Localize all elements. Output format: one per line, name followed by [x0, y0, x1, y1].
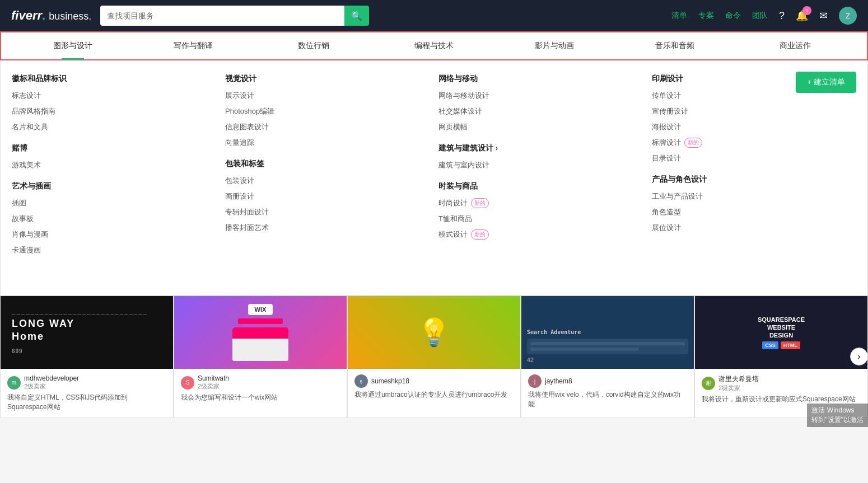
dropdown-col-3: 网络与移动 网络与移动设计 社交媒体设计 网页横幅 建筑与建筑设计 › 建筑与室… — [430, 74, 643, 282]
card-4-seller: j jaythem8 — [528, 374, 687, 388]
help-icon[interactable]: ? — [779, 10, 785, 22]
category-nav-music[interactable]: 音乐和音频 — [615, 32, 735, 60]
card-1-seller: m mdhwebdeveloper 2级卖家 — [7, 374, 166, 391]
card-5-avatar: 谢 — [702, 377, 715, 390]
cards-area: ───────────────────────────── LONG WAY H… — [0, 296, 868, 418]
search-button[interactable]: 🔍 — [344, 6, 369, 26]
item-catalog[interactable]: 目录设计 — [652, 153, 847, 163]
item-photoshop[interactable]: Photoshop编辑 — [225, 106, 421, 116]
item-business-card[interactable]: 名片和文具 — [12, 122, 207, 132]
card-2-seller-name[interactable]: Sumitwath — [198, 374, 229, 382]
item-game-art[interactable]: 游戏美术 — [12, 160, 207, 170]
nav-item-project[interactable]: 专案 — [698, 11, 714, 21]
item-podcast-cover[interactable]: 播客封面艺术 — [225, 223, 421, 233]
item-architecture[interactable]: 建筑与室内设计 — [438, 160, 634, 170]
section-title-gaming: 赌博 — [12, 143, 207, 153]
item-presentation[interactable]: 展示设计 — [225, 91, 421, 101]
header-nav: 清单 专案 命令 团队 ? 🔔 1 ✉ Z — [671, 7, 857, 25]
item-brand-guide[interactable]: 品牌风格指南 — [12, 106, 207, 116]
item-album-cover[interactable]: 专辑封面设计 — [225, 207, 421, 217]
card-2-seller: S Sumitwath 2级卖家 — [181, 374, 340, 391]
card-3-seller-name[interactable]: sumeshkp18 — [371, 377, 409, 385]
card-3-body: s sumeshkp18 我将通过umbraco认证的专业人员进行umbraco… — [348, 369, 520, 405]
card-2-avatar: S — [181, 376, 194, 390]
nav-item-team[interactable]: 团队 — [752, 11, 768, 21]
item-tshirt[interactable]: T恤和商品 — [438, 214, 634, 224]
category-nav: 图形与设计 写作与翻译 数位行销 编程与技术 影片与动画 音乐和音频 商业运作 — [0, 31, 868, 60]
next-arrow[interactable]: › — [850, 348, 868, 365]
card-5: SQUARESPACEWEBSITEDESIGN CSS HTML 谢 谢里夫希… — [694, 296, 868, 418]
category-nav-digital[interactable]: 数位行销 — [253, 32, 374, 60]
card-3-description: 我将通过umbraco认证的专业人员进行umbraco开发 — [354, 390, 514, 400]
dropdown-col-4: 印刷设计 传单设计 宣传册设计 海报设计 标牌设计 新的 目录设计 产品与角色设… — [643, 74, 856, 282]
category-nav-programming[interactable]: 编程与技术 — [374, 32, 494, 60]
item-brochure[interactable]: 画册设计 — [225, 191, 421, 201]
section-title-fashion: 时装与商品 — [438, 181, 634, 191]
item-fashion-design[interactable]: 时尚设计 新的 — [438, 198, 634, 208]
card-5-image: SQUARESPACEWEBSITEDESIGN CSS HTML — [695, 296, 867, 369]
notification-icon[interactable]: 🔔 1 — [796, 10, 808, 22]
item-packaging[interactable]: 包装设计 — [225, 176, 421, 186]
message-icon[interactable]: ✉ — [819, 10, 828, 22]
card-3-image: 💡 — [348, 296, 520, 369]
item-social-media[interactable]: 社交媒体设计 — [438, 106, 634, 116]
nav-item-order[interactable]: 命令 — [725, 11, 741, 21]
card-img-subtitle: ───────────────────────────── — [12, 311, 148, 317]
card-1-seller-name[interactable]: mdhwebdeveloper — [24, 374, 79, 382]
card-1: ───────────────────────────── LONG WAY H… — [0, 296, 174, 418]
section-title-product: 产品与角色设计 — [652, 175, 847, 185]
card-2-img-bar — [238, 318, 283, 324]
logo[interactable]: fiverr. business. — [11, 8, 91, 23]
dropdown-menu: 徽标和品牌标识 标志设计 品牌风格指南 名片和文具 赌博 游戏美术 艺术与插画 … — [0, 60, 868, 296]
new-badge-signage: 新的 — [684, 138, 702, 148]
card-3-img-icon: 💡 — [417, 317, 451, 348]
item-brochure-print[interactable]: 宣传册设计 — [652, 106, 847, 116]
item-portrait[interactable]: 肖像与漫画 — [12, 229, 207, 240]
create-list-button[interactable]: + 建立清单 — [796, 72, 856, 93]
card-4-seller-name[interactable]: jaythem8 — [545, 377, 572, 385]
item-web-banner[interactable]: 网页横幅 — [438, 122, 634, 132]
card-4-avatar: j — [528, 374, 542, 388]
card-4-img-code: Search Adventure — [527, 329, 581, 335]
item-poster[interactable]: 海报设计 — [652, 122, 847, 132]
card-2-image: WIX — [174, 296, 347, 369]
card-2-img-preview — [232, 327, 288, 361]
item-character[interactable]: 角色造型 — [652, 207, 847, 217]
logo-business: business. — [49, 11, 91, 22]
card-4-image: Search Adventure 42 — [521, 296, 694, 369]
logo-fiverr: fiverr — [11, 8, 42, 22]
card-5-seller-level: 2级卖家 — [718, 384, 759, 392]
item-illustration[interactable]: 插图 — [12, 198, 207, 208]
search-input[interactable] — [100, 6, 344, 26]
card-2-body: S Sumitwath 2级卖家 我会为您编写和设计一个wix网站 — [174, 369, 347, 408]
item-logo-design[interactable]: 标志设计 — [12, 91, 207, 101]
category-nav-video[interactable]: 影片与动画 — [494, 32, 615, 60]
card-1-body: m mdhwebdeveloper 2级卖家 我将自定义HTML，CSS和JS代… — [1, 369, 173, 418]
card-1-description: 我将自定义HTML，CSS和JS代码添加到Squarespace网站 — [7, 393, 166, 412]
item-signage[interactable]: 标牌设计 新的 — [652, 138, 847, 148]
card-2: WIX S Sumitwath 2级卖家 我会为您编写和设计一个wix网站 — [174, 296, 347, 418]
new-badge-fashion: 新的 — [471, 198, 489, 208]
item-pattern[interactable]: 模式设计 新的 — [438, 229, 634, 240]
item-infographic[interactable]: 信息图表设计 — [225, 122, 421, 132]
item-industrial[interactable]: 工业与产品设计 — [652, 191, 847, 201]
nav-item-list[interactable]: 清单 — [671, 11, 687, 21]
card-4: Search Adventure 42 j jaythem8 我将使用wix v… — [521, 296, 694, 418]
card-5-img-text: SQUARESPACEWEBSITEDESIGN — [758, 316, 805, 340]
item-web-mobile[interactable]: 网络与移动设计 — [438, 91, 634, 101]
item-storyboard[interactable]: 故事板 — [12, 214, 207, 224]
card-3-avatar: s — [354, 374, 368, 388]
category-nav-business[interactable]: 商业运作 — [735, 32, 856, 60]
item-booth[interactable]: 展位设计 — [652, 223, 847, 233]
item-vector[interactable]: 向量追踪 — [225, 138, 421, 148]
card-4-description: 我将使用wix velo，代码，corvid构建自定义的wix功能 — [528, 390, 687, 409]
header: fiverr. business. 🔍 清单 专案 命令 团队 ? 🔔 1 ✉ … — [0, 0, 868, 31]
category-nav-writing[interactable]: 写作与翻译 — [133, 32, 253, 60]
card-5-seller-name[interactable]: 谢里夫希曼塔 — [718, 374, 759, 384]
avatar[interactable]: Z — [839, 7, 857, 25]
category-nav-graphics[interactable]: 图形与设计 — [12, 32, 133, 60]
search-bar: 🔍 — [100, 6, 369, 26]
card-2-seller-level: 2级卖家 — [198, 382, 229, 391]
card-2-img-label: WIX — [248, 304, 273, 315]
item-cartoon[interactable]: 卡通漫画 — [12, 245, 207, 255]
